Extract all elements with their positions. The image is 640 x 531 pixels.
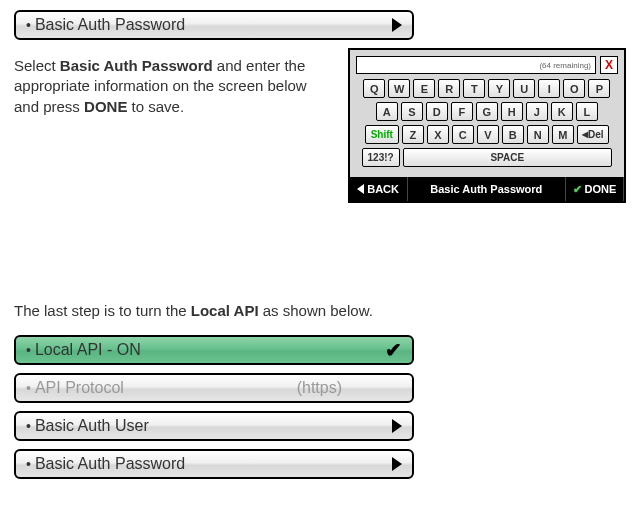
- menu-label: Local API - ON: [35, 341, 141, 359]
- check-icon: ✔: [385, 338, 402, 362]
- key-x[interactable]: X: [427, 125, 449, 144]
- key-n[interactable]: N: [527, 125, 549, 144]
- key-shift[interactable]: Shift: [365, 125, 399, 144]
- key-t[interactable]: T: [463, 79, 485, 98]
- bullet-icon: •: [26, 380, 31, 396]
- key-v[interactable]: V: [477, 125, 499, 144]
- key-l[interactable]: L: [576, 102, 598, 121]
- menu-hint: (https): [297, 379, 402, 397]
- onscreen-keyboard: (64 remaining) X Q W E R T Y U I O P A S…: [348, 48, 626, 203]
- key-g[interactable]: G: [476, 102, 498, 121]
- key-r[interactable]: R: [438, 79, 460, 98]
- back-button[interactable]: BACK: [350, 177, 408, 201]
- key-z[interactable]: Z: [402, 125, 424, 144]
- bullet-icon: •: [26, 418, 31, 434]
- remaining-counter: (64 remaining): [539, 61, 591, 70]
- key-e[interactable]: E: [413, 79, 435, 98]
- key-p[interactable]: P: [588, 79, 610, 98]
- chevron-right-icon: [392, 419, 402, 433]
- keyboard-footer: BACK Basic Auth Password ✔ DONE: [350, 177, 624, 201]
- keyboard-row-2: A S D F G H J K L: [356, 102, 618, 121]
- menu-label: Basic Auth Password: [35, 455, 185, 473]
- key-i[interactable]: I: [538, 79, 560, 98]
- key-a[interactable]: A: [376, 102, 398, 121]
- bullet-icon: •: [26, 17, 31, 33]
- key-s[interactable]: S: [401, 102, 423, 121]
- key-q[interactable]: Q: [363, 79, 385, 98]
- bullet-icon: •: [26, 342, 31, 358]
- menu-basic-auth-password-top[interactable]: • Basic Auth Password: [14, 10, 414, 40]
- key-del[interactable]: ◀Del: [577, 125, 609, 144]
- keyboard-text-input[interactable]: (64 remaining): [356, 56, 596, 74]
- close-icon[interactable]: X: [600, 56, 618, 74]
- keyboard-row-4: 123!? SPACE: [356, 148, 618, 167]
- chevron-right-icon: [392, 18, 402, 32]
- check-icon: ✔: [573, 183, 582, 196]
- back-arrow-icon: [357, 184, 364, 194]
- instruction-text-1: Select Basic Auth Password and enter the…: [14, 56, 328, 117]
- chevron-right-icon: [392, 457, 402, 471]
- key-h[interactable]: H: [501, 102, 523, 121]
- key-d[interactable]: D: [426, 102, 448, 121]
- menu-basic-auth-user[interactable]: • Basic Auth User: [14, 411, 414, 441]
- instruction-text-2: The last step is to turn the Local API a…: [14, 301, 626, 321]
- menu-api-protocol: • API Protocol (https): [14, 373, 414, 403]
- keyboard-title: Basic Auth Password: [408, 177, 566, 201]
- key-f[interactable]: F: [451, 102, 473, 121]
- key-space[interactable]: SPACE: [403, 148, 612, 167]
- done-button[interactable]: ✔ DONE: [566, 177, 624, 201]
- bullet-icon: •: [26, 456, 31, 472]
- key-w[interactable]: W: [388, 79, 410, 98]
- key-numeric[interactable]: 123!?: [362, 148, 400, 167]
- key-c[interactable]: C: [452, 125, 474, 144]
- menu-label: Basic Auth Password: [35, 16, 185, 34]
- key-j[interactable]: J: [526, 102, 548, 121]
- key-k[interactable]: K: [551, 102, 573, 121]
- key-b[interactable]: B: [502, 125, 524, 144]
- key-m[interactable]: M: [552, 125, 574, 144]
- menu-basic-auth-password[interactable]: • Basic Auth Password: [14, 449, 414, 479]
- keyboard-row-1: Q W E R T Y U I O P: [356, 79, 618, 98]
- key-u[interactable]: U: [513, 79, 535, 98]
- menu-local-api[interactable]: • Local API - ON ✔: [14, 335, 414, 365]
- menu-label: Basic Auth User: [35, 417, 149, 435]
- menu-label: API Protocol: [35, 379, 124, 397]
- key-y[interactable]: Y: [488, 79, 510, 98]
- keyboard-row-3: Shift Z X C V B N M ◀Del: [356, 125, 618, 144]
- key-o[interactable]: O: [563, 79, 585, 98]
